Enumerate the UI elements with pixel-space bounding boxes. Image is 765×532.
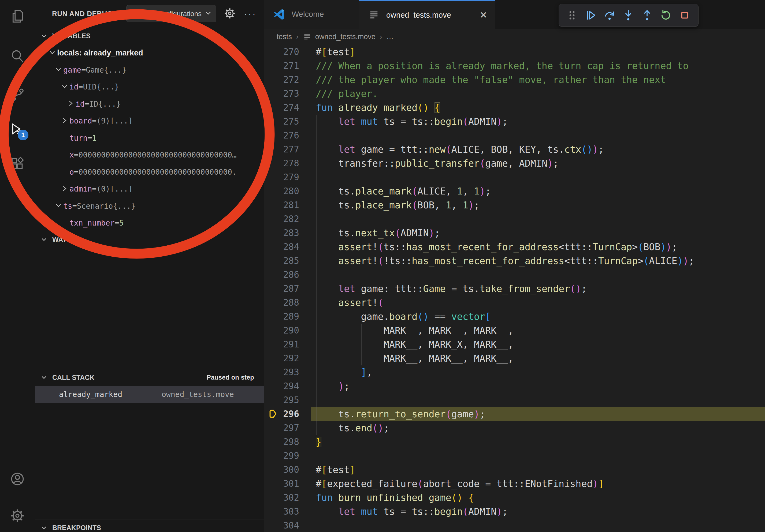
code-line[interactable]: 303 let mut ts = ts::begin(ADMIN); (264, 505, 765, 519)
tab-label: owned_tests.move (386, 11, 451, 20)
code-line[interactable]: 304 (264, 519, 765, 532)
chevron-right-icon[interactable] (61, 185, 69, 193)
variable-row[interactable]: locals: already_marked (35, 45, 264, 62)
equals: = (92, 117, 97, 126)
variable-row[interactable]: game = Game{...} (35, 62, 264, 79)
code-line[interactable]: 275 let mut ts = ts::begin(ADMIN); (264, 115, 765, 129)
launch-config-dropdown[interactable]: No Configurations (126, 5, 216, 22)
breadcrumb-item[interactable]: tests (277, 33, 292, 41)
call-stack-title: CALL STACK (52, 374, 94, 382)
variable-value: (9)[...] (97, 117, 133, 126)
step-into-button[interactable] (619, 6, 638, 25)
code-line[interactable]: 281 ts.place_mark(BOB, 1, 1); (264, 198, 765, 212)
chevron-right-icon[interactable] (61, 117, 69, 125)
code-line[interactable]: 273/// player. (264, 87, 765, 101)
code-text: ts.end(); (311, 421, 765, 435)
code-line[interactable]: 285 assert!(!ts::has_most_recent_for_add… (264, 254, 765, 268)
restart-button[interactable] (656, 6, 675, 25)
sidebar-title: RUN AND DEBUG (52, 0, 113, 27)
code-line[interactable]: 293 ], (264, 366, 765, 379)
code-line[interactable]: 283 ts.next_tx(ADMIN); (264, 226, 765, 240)
breadcrumb-item[interactable]: … (386, 33, 394, 41)
variable-row[interactable]: board = (9)[...] (35, 113, 264, 130)
account-icon[interactable] (9, 470, 26, 488)
continue-button[interactable] (581, 6, 600, 25)
code-line[interactable]: 284 assert!(ts::has_most_recent_for_addr… (264, 240, 765, 254)
run-and-debug-icon[interactable]: 1 (9, 121, 26, 139)
extensions-icon[interactable] (9, 155, 26, 172)
code-line[interactable]: 279 (264, 170, 765, 184)
variable-name: txn_number (69, 219, 115, 227)
start-debug-icon[interactable] (127, 5, 142, 22)
variable-row[interactable]: id = UID{...} (35, 79, 264, 96)
code-line[interactable]: 287 let game: ttt::Game = ts.take_from_s… (264, 282, 765, 296)
tab-welcome[interactable]: Welcome (264, 0, 359, 29)
variable-row[interactable]: turn = 1 (35, 130, 264, 147)
code-line[interactable]: 297 ts.end(); (264, 421, 765, 435)
chevron-down-icon[interactable] (61, 83, 69, 91)
code-line[interactable]: 291 MARK__, MARK_X, MARK__, (264, 338, 765, 352)
scope-label: locals: already_marked (57, 49, 143, 57)
toolbar-drag-grip[interactable] (563, 6, 581, 25)
more-actions-icon[interactable]: ··· (241, 5, 260, 22)
close-icon[interactable]: ✕ (480, 10, 487, 20)
variable-value: Game{...} (86, 66, 127, 75)
code-line[interactable]: 302fun burn_unfinished_game() { (264, 491, 765, 505)
code-line[interactable]: 282 (264, 212, 765, 226)
chevron-down-icon (40, 32, 48, 40)
code-line[interactable]: 272/// the player who made the "false" m… (264, 73, 765, 87)
source-control-icon[interactable] (9, 85, 26, 103)
breadcrumb-item[interactable]: owned_tests.move (315, 33, 376, 41)
breakpoints-section-header[interactable]: BREAKPOINTS (35, 519, 264, 532)
variables-section-header[interactable]: VARIABLES (35, 28, 264, 44)
code-line[interactable]: 292 MARK__, MARK__, MARK__, (264, 352, 765, 366)
code-line[interactable]: 300#[test] (264, 463, 765, 477)
variable-row[interactable]: id = ID{...} (35, 96, 264, 113)
code-line[interactable]: 270#[test] (264, 45, 765, 59)
code-line[interactable]: 274fun already_marked() { (264, 101, 765, 115)
line-number: 290 (264, 324, 299, 338)
code-line[interactable]: 271/// When a position is already marked… (264, 59, 765, 73)
chevron-down-icon[interactable] (49, 49, 57, 57)
code-text: transfer::public_transfer(game, ADMIN); (311, 156, 765, 170)
code-line[interactable]: 296 ts.return_to_sender(game); (264, 407, 765, 421)
variable-row[interactable]: admin = (0)[...] (35, 180, 264, 198)
search-icon[interactable] (9, 48, 26, 65)
variable-row[interactable]: txn_number = 5 (35, 215, 264, 232)
code-line[interactable]: 290 MARK__, MARK__, MARK__, (264, 324, 765, 338)
code-line[interactable]: 277 let game = ttt::new(ALICE, BOB, KEY,… (264, 142, 765, 156)
call-stack-section-header[interactable]: CALL STACK Paused on step (35, 369, 264, 386)
call-stack-frame[interactable]: already_marked owned_tests.move (35, 386, 264, 403)
line-number: 291 (264, 338, 299, 352)
settings-gear-icon[interactable] (9, 507, 26, 524)
chevron-down-icon[interactable] (55, 66, 63, 74)
variable-row[interactable]: ts = Scenario{...} (35, 198, 264, 215)
code-editor[interactable]: 270#[test]271/// When a position is alre… (264, 45, 765, 532)
code-line[interactable]: 299 (264, 449, 765, 463)
step-out-button[interactable] (638, 6, 656, 25)
chevron-down-icon (40, 235, 48, 243)
code-line[interactable]: 288 assert!( (264, 296, 765, 310)
chevron-down-icon[interactable] (55, 202, 63, 210)
code-line[interactable]: 289 game.board() == vector[ (264, 310, 765, 324)
code-line[interactable]: 286 (264, 268, 765, 282)
code-line[interactable]: 295 (264, 393, 765, 407)
chevron-right-icon[interactable] (67, 100, 76, 108)
current-step-marker-icon[interactable] (268, 409, 278, 419)
code-line[interactable]: 278 transfer::public_transfer(game, ADMI… (264, 156, 765, 170)
code-line[interactable]: 276 (264, 129, 765, 142)
code-line[interactable]: 294 ); (264, 379, 765, 393)
variable-row[interactable]: x = 0000000000000000000000000000000000… (35, 146, 264, 164)
code-line[interactable]: 280 ts.place_mark(ALICE, 1, 1); (264, 184, 765, 198)
watch-section-header[interactable]: WATCH (35, 231, 264, 248)
code-line[interactable]: 301#[expected_failure(abort_code = ttt::… (264, 477, 765, 491)
step-over-button[interactable] (600, 6, 619, 25)
explorer-icon[interactable] (9, 8, 26, 25)
debug-settings-gear-icon[interactable] (221, 5, 238, 22)
code-line[interactable]: 298} (264, 435, 765, 449)
code-text: /// the player who made the "false" move… (311, 73, 765, 87)
chevron-down-icon (204, 9, 216, 18)
stop-button[interactable] (675, 6, 694, 25)
tab-owned-tests-move[interactable]: owned_tests.move ✕ (359, 0, 495, 29)
variable-row[interactable]: o = 0000000000000000000000000000000000. (35, 164, 264, 181)
